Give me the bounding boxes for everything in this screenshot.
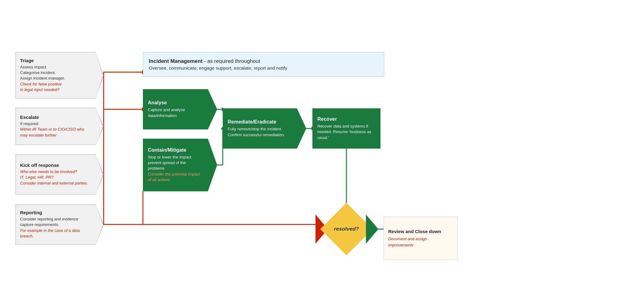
triage-red-text: Check for false positiveIs legal input n…	[20, 81, 62, 93]
remediate-box: Remediate/Eradicate Fully remove/stop th…	[223, 108, 297, 149]
green-triangle-icon	[366, 215, 378, 244]
escalate-text: If required	[20, 121, 38, 127]
review-box: Review and Close down Document and assig…	[384, 217, 458, 260]
reporting-box: Reporting Consider reporting and evidenc…	[15, 204, 96, 245]
recover-text: Recover data and systems if needed. Resu…	[317, 124, 376, 141]
contain-red-text: Consider the potential impact of all act…	[148, 172, 203, 183]
analyse-text: Capture and analyse data/information	[148, 107, 203, 118]
contain-title: Contain/Mitigate	[148, 147, 203, 153]
contain-text: Stop or lower the impact, prevent spread…	[148, 154, 203, 172]
triage-box: Triage Assess impact.Categorise incident…	[15, 52, 96, 98]
escalate-box: Escalate If required Within IR Team or t…	[15, 108, 96, 145]
review-title: Review and Close down	[388, 229, 453, 234]
triage-text: Assess impact.Categorise incident.Assign…	[20, 64, 65, 81]
recover-box: Recover Recover data and systems if need…	[312, 108, 380, 149]
remediate-text: Fully remove/stop the incident. Confirm …	[228, 126, 292, 137]
reporting-red-text: For example in the case of a data breach…	[20, 228, 91, 239]
diagram-container: Incident Management - as required throug…	[0, 0, 644, 291]
escalate-red-text: Within IR Team or to CIO/CISO whomay esc…	[20, 127, 84, 138]
analyse-box: Analyse Capture and analyse data/informa…	[143, 89, 208, 129]
escalate-title: Escalate	[20, 115, 39, 120]
kickoff-red-text: Who else needs to be involved?IT, Legal,…	[20, 169, 88, 186]
incident-banner-title: Incident Management - as required throug…	[149, 58, 378, 64]
kickoff-box: Kick off response Who else needs to be i…	[15, 154, 96, 194]
reporting-text: Consider reporting and evidence capture …	[20, 216, 91, 228]
kickoff-title: Kick off response	[20, 163, 59, 168]
remediate-title: Remediate/Eradicate	[228, 119, 292, 125]
reporting-title: Reporting	[20, 210, 42, 215]
review-red-text: Document and assign improvements	[388, 236, 453, 248]
incident-management-banner: Incident Management - as required throug…	[143, 52, 384, 77]
resolved-diamond: resolved?	[328, 211, 365, 248]
resolved-label: resolved?	[334, 226, 359, 232]
triage-title: Triage	[20, 58, 34, 63]
incident-banner-subtitle: Oversee, communicate, engage support, es…	[149, 65, 378, 71]
analyse-title: Analyse	[148, 100, 203, 106]
recover-title: Recover	[317, 116, 376, 122]
contain-box: Contain/Mitigate Stop or lower the impac…	[143, 139, 208, 191]
